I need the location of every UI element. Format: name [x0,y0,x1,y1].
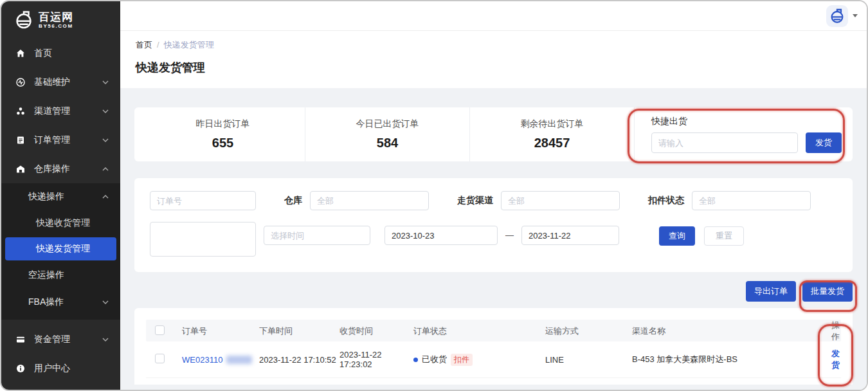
sidebar-item-label: 用户中心 [34,363,70,374]
status-text: 已收货 [422,354,447,365]
orders-table: 订单号 下单时间 收货时间 订单状态 运输方式 渠道名称 操作 WE023110… [134,308,853,385]
money-card-icon [15,334,26,345]
col-order-status: 订单状态 [413,325,545,337]
maintenance-icon [15,77,26,87]
transport-cell: LINE [545,355,632,365]
row-checkbox[interactable] [155,354,165,363]
order-icon [15,135,26,145]
chevron-down-icon [102,300,109,304]
intercept-status-label: 扣件状态 [648,195,684,206]
order-time-cell: 2023-11-22 17:10:52 [259,355,339,365]
table-header-row: 订单号 下单时间 收货时间 订单状态 运输方式 渠道名称 操作 [146,320,841,341]
time-type-select[interactable] [264,226,370,245]
col-order-no: 订单号 [182,325,259,337]
multi-order-textarea[interactable] [150,222,256,257]
stat-value: 655 [212,136,233,150]
brand-logo: 百运网 BY56.COM [1,1,120,39]
sidebar-item-label: 空运操作 [28,269,64,281]
date-range-separator: — [505,230,514,240]
stat-value: 584 [377,136,398,150]
user-menu-caret-icon[interactable] [853,14,858,20]
home-icon [15,48,26,59]
sidebar-item-funds[interactable]: 资金管理 [1,325,120,354]
sidebar-item-label: 快递发货管理 [36,243,90,255]
sidebar-item-orders[interactable]: 订单管理 [1,125,120,154]
chevron-down-icon [102,109,109,113]
sidebar-item-express-ship-active[interactable]: 快递发货管理 [5,237,116,260]
page-header: 首页/快递发货管理 快递发货管理 [120,31,867,88]
warehouse-submenu: 快递操作 快递收货管理 快递发货管理 空运操作 FBA操作 [1,183,120,320]
user-avatar[interactable] [826,5,848,27]
date-from-input[interactable] [384,226,498,245]
chevron-up-icon [102,195,109,199]
ship-action-link[interactable]: 发货 [831,348,841,371]
sidebar-item-label: 快递收货管理 [36,217,90,229]
sidebar-item-label: 首页 [34,48,52,59]
quick-ship-input[interactable] [651,132,798,153]
intercept-status-select[interactable] [692,191,811,210]
filter-panel: 仓库 走货渠道 扣件状态 — 查询 重置 [134,178,853,272]
sidebar-item-label: 资金管理 [34,334,70,345]
sidebar-item-usercenter[interactable]: 用户中心 [1,354,120,383]
quick-ship-panel: 快捷出货 发货 [634,107,846,161]
reset-button[interactable]: 重置 [704,226,744,246]
col-receive-time: 收货时间 [339,325,413,337]
col-action: 操作 [831,320,841,343]
breadcrumb-separator: / [157,40,159,50]
status-cell: 已收货 扣件 [413,354,545,366]
info-icon [15,363,26,374]
chevron-up-icon [102,167,109,171]
col-channel: 渠道名称 [632,325,831,337]
table-row: WE023110 2023-11-22 17:10:52 2023-11-22 … [146,341,841,378]
sidebar-item-express-ops[interactable]: 快递操作 [1,183,120,210]
sidebar-item-label: FBA操作 [28,296,64,308]
topbar [120,1,867,31]
quick-ship-label: 快捷出货 [651,116,846,127]
stat-yesterday-shipped: 昨日出货订单 655 [141,107,305,161]
stat-value: 28457 [534,136,570,150]
select-all-checkbox[interactable] [155,325,165,335]
sidebar-item-airfreight[interactable]: 空运操作 [1,262,120,289]
col-order-time: 下单时间 [259,325,339,337]
channel-cell: B-453 加拿大美森限时达-BS [632,354,831,365]
chevron-down-icon [102,338,109,341]
brand-name: 百运网 [39,12,73,23]
sidebar: 百运网 BY56.COM 首页 基础维护 [1,1,120,390]
warehouse-select[interactable] [310,191,429,210]
status-dot-icon [413,358,418,362]
channel-label: 走货渠道 [457,195,493,206]
brand-domain: BY56.COM [39,23,73,29]
intercept-badge: 扣件 [451,354,473,366]
sidebar-item-maintenance[interactable]: 基础维护 [1,68,120,96]
sidebar-item-express-receive[interactable]: 快递收货管理 [1,210,120,236]
search-button[interactable]: 查询 [659,226,695,246]
filter-row-1: 仓库 走货渠道 扣件状态 [150,191,837,210]
warehouse-label: 仓库 [284,195,302,206]
sidebar-item-channel[interactable]: 渠道管理 [1,96,120,125]
order-no-input[interactable] [150,191,256,210]
breadcrumb: 首页/快递发货管理 [136,39,851,51]
avatar-logo-icon [829,8,845,24]
breadcrumb-home[interactable]: 首页 [136,40,152,50]
batch-ship-button[interactable]: 批量发货 [802,281,853,302]
quick-ship-button[interactable]: 发货 [806,132,842,153]
stat-label: 剩余待出货订单 [521,118,584,130]
sidebar-item-label: 渠道管理 [34,105,70,117]
sidebar-item-label: 订单管理 [34,134,70,146]
order-no-redacted [226,356,252,364]
table-toolbar: 导出订单 批量发货 [134,281,853,302]
sidebar-item-fba[interactable]: FBA操作 [1,289,120,316]
stat-pending-shipped: 剩余待出货订单 28457 [469,107,634,161]
order-no-link[interactable]: WE023110 [182,355,259,365]
warehouse-icon [15,164,26,174]
receive-time-cell: 2023-11-22 17:23:02 [339,350,413,369]
date-to-input[interactable] [521,226,619,245]
stat-label: 今日已出货订单 [356,118,419,130]
sidebar-item-home[interactable]: 首页 [1,39,120,68]
page-title: 快递发货管理 [136,60,851,75]
brand-logo-icon [14,10,33,30]
export-orders-button[interactable]: 导出订单 [746,281,796,302]
channel-select[interactable] [501,191,620,210]
sidebar-item-warehouse[interactable]: 仓库操作 [1,154,120,183]
col-transport: 运输方式 [545,325,632,337]
